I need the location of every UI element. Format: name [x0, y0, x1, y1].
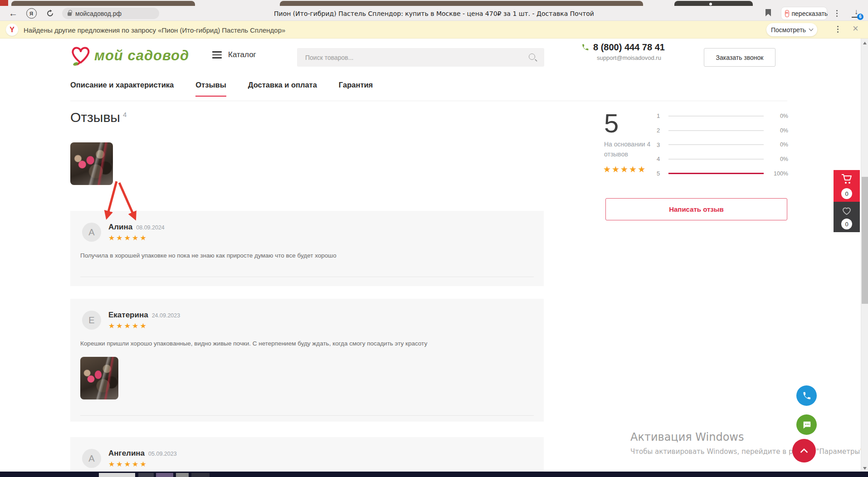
bookmark-icon[interactable] [766, 9, 771, 16]
browser-menu-button[interactable] [836, 10, 838, 17]
summary-stars: ★★★★★ [603, 164, 646, 175]
review-text: Корешки пришли хорошо упакованные, видно… [80, 340, 530, 348]
rating-row: 4 0% [657, 152, 788, 166]
divider [80, 415, 534, 416]
review-date: 08.09.2024 [136, 224, 165, 231]
reviewer-name: Алина08.09.2024 [108, 223, 165, 232]
review-date: 24.09.2023 [152, 312, 180, 319]
review-stars: ★★★★★ [108, 234, 148, 242]
avatar: Е [82, 311, 101, 330]
screen: ← Я мойсадовод.рф Пион (Ито-гибрид) Паст… [0, 0, 868, 477]
review-photo[interactable] [80, 357, 118, 399]
rating-row: 3 0% [657, 137, 788, 152]
chevron-up-icon [800, 448, 808, 456]
windows-taskbar-edge [0, 472, 868, 477]
scrollbar-thumb[interactable] [862, 177, 868, 304]
review-stars: ★★★★★ [108, 460, 148, 468]
phone-icon [581, 44, 589, 51]
tab-delivery[interactable]: Доставка и оплата [248, 81, 317, 97]
rating-distribution: 1 0% 2 0% 3 0% 4 0% 5 100% [657, 109, 788, 180]
cart-button[interactable]: 0 [834, 170, 860, 202]
browser-tab[interactable] [11, 1, 195, 6]
avatar: А [82, 223, 101, 242]
review-text: Получила в хорошей упаковке но пока не з… [80, 252, 530, 260]
chevron-down-icon [809, 27, 814, 31]
logo-text: мой садовод [94, 48, 189, 64]
url-text: мойсадовод.рф [75, 10, 122, 17]
phone-icon [802, 391, 811, 400]
review-card: Е Екатерина24.09.2023 ★★★★★ Корешки приш… [70, 299, 544, 422]
yandex-icon: Y [6, 24, 18, 36]
retell-label: пересказать [792, 10, 828, 17]
reviews-count: 4 [123, 111, 127, 118]
cart-count-badge: 0 [841, 188, 852, 199]
search-input[interactable] [297, 54, 528, 61]
review-gallery-photo[interactable] [70, 142, 113, 185]
rating-bar [668, 144, 764, 145]
support-email[interactable]: support@moisadovod.ru [581, 54, 677, 61]
request-call-button[interactable]: Заказать звонок [704, 48, 775, 67]
browser-tab[interactable] [280, 1, 643, 6]
heart-icon [841, 205, 853, 216]
review-stars: ★★★★★ [108, 321, 148, 330]
page-scrollbar[interactable] [861, 39, 868, 477]
address-bar[interactable]: мойсадовод.рф [62, 8, 159, 19]
tab-favicon-dot [709, 3, 712, 5]
write-review-button[interactable]: Написать отзыв [605, 198, 787, 220]
windows-activation-subtitle: Чтобы активировать Windows, перейдите в … [630, 448, 865, 456]
contact-block: 8 (800) 444 78 41 support@moisadovod.ru [581, 42, 677, 61]
back-button[interactable]: ← [6, 6, 20, 21]
phone-number[interactable]: 8 (800) 444 78 41 [593, 42, 665, 53]
cart-icon [841, 174, 853, 185]
windows-activation-watermark: Активация Windows Чтобы активировать Win… [630, 431, 865, 456]
site-header: мой садовод Каталог 8 (800) 444 78 41 su… [0, 39, 868, 78]
offer-notification-bar: Y Найдены другие предложения по запросу … [0, 21, 868, 39]
favorites-button[interactable]: 0 [834, 202, 860, 232]
review-card: А Алина08.09.2024 ★★★★★ Получила в хорош… [70, 211, 544, 286]
average-rating: 5 [604, 108, 619, 138]
notification-close-button[interactable]: × [853, 23, 858, 34]
scroll-to-top-fab[interactable] [792, 439, 816, 462]
reviewer-name: Ангелина05.09.2023 [108, 449, 177, 458]
lock-icon[interactable] [68, 12, 72, 16]
hamburger-icon [212, 51, 222, 58]
chat-fab[interactable] [796, 414, 817, 435]
browser-chrome: ← Я мойсадовод.рф Пион (Ито-гибрид) Паст… [0, 0, 868, 21]
view-offers-button[interactable]: Посмотреть [766, 23, 817, 36]
search-box [297, 48, 544, 67]
tab-reviews[interactable]: Отзывы [195, 81, 226, 97]
page-title: Пион (Ито-гибрид) Пастель Сплендор: купи… [274, 10, 594, 17]
windows-activation-title: Активация Windows [630, 431, 865, 443]
quote-icon: “ [785, 10, 789, 17]
chat-icon [802, 420, 812, 430]
tab-description[interactable]: Описание и характеристика [70, 81, 174, 97]
review-date: 05.09.2023 [148, 451, 177, 457]
site-logo[interactable]: мой садовод [69, 44, 189, 68]
refresh-button[interactable] [44, 6, 56, 21]
reviewer-name: Екатерина24.09.2023 [108, 311, 180, 320]
downloads-badge: 6 [857, 14, 863, 20]
catalog-label: Каталог [228, 50, 256, 59]
browser-tabstrip [0, 0, 868, 6]
browser-tab-fragment[interactable] [0, 0, 8, 6]
scrollbar-up-arrow[interactable] [863, 42, 867, 44]
rating-row: 5 100% [657, 166, 788, 181]
callback-fab[interactable] [796, 385, 817, 406]
reviews-heading: Отзывы4 [70, 110, 127, 125]
tab-warranty[interactable]: Гарантия [339, 81, 373, 97]
notification-menu-button[interactable] [837, 26, 839, 33]
rating-bar [668, 116, 764, 117]
scrollbar-down-arrow[interactable] [863, 467, 867, 470]
search-icon[interactable] [528, 53, 538, 63]
retell-button[interactable]: “ пересказать [781, 7, 827, 20]
divider [70, 101, 787, 101]
review-card: А Ангелина05.09.2023 ★★★★★ [70, 437, 544, 477]
rating-bar [668, 159, 764, 160]
refresh-icon [46, 10, 54, 17]
rating-bar [668, 173, 764, 174]
browser-tab[interactable] [674, 1, 753, 6]
product-tabs: Описание и характеристика Отзывы Доставк… [70, 81, 373, 97]
catalog-menu-button[interactable]: Каталог [212, 50, 256, 59]
avatar: А [82, 449, 101, 468]
yandex-browser-icon[interactable]: Я [25, 6, 37, 21]
